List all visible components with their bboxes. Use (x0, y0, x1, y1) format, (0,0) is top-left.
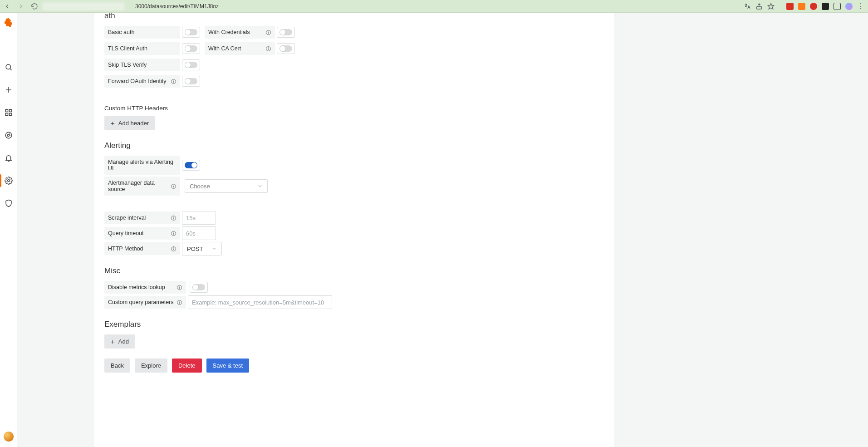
select-placeholder: Choose (190, 183, 210, 190)
left-nav-rail (0, 13, 17, 447)
user-avatar[interactable] (4, 432, 14, 442)
save-test-button[interactable]: Save & test (206, 359, 249, 373)
info-icon[interactable] (171, 79, 177, 84)
nav-dashboards-icon[interactable] (3, 107, 14, 118)
info-icon[interactable] (177, 285, 182, 290)
delete-button[interactable]: Delete (172, 359, 202, 373)
svg-point-12 (8, 180, 10, 182)
browser-menu-icon[interactable]: ⋮ (857, 2, 864, 10)
custom-query-input[interactable] (188, 295, 332, 309)
tls-client-auth-toggle[interactable] (182, 43, 200, 54)
translate-icon[interactable] (744, 3, 751, 10)
add-header-label: Add header (118, 120, 149, 127)
info-icon[interactable] (171, 246, 177, 252)
scrape-interval-label: Scrape interval (104, 211, 180, 224)
misc-section-title: Misc (104, 266, 604, 275)
http-method-label: HTTP Method (104, 242, 180, 255)
info-icon[interactable] (171, 215, 177, 221)
ext-icon-1[interactable] (786, 3, 794, 10)
svg-line-3 (10, 69, 11, 70)
plus-icon: + (111, 120, 115, 127)
svg-point-39 (179, 301, 180, 301)
svg-point-21 (268, 47, 269, 48)
with-credentials-label: With Credentials (205, 26, 275, 39)
info-icon[interactable] (171, 231, 177, 236)
tls-client-auth-label: TLS Client Auth (104, 42, 180, 55)
svg-point-33 (173, 247, 174, 248)
svg-rect-8 (10, 113, 12, 116)
with-ca-cert-label: With CA Cert (205, 42, 275, 55)
alertmanager-ds-select[interactable]: Choose (185, 179, 268, 193)
browser-forward-icon[interactable] (17, 3, 25, 10)
query-timeout-label: Query timeout (104, 227, 180, 240)
info-icon[interactable] (171, 183, 177, 189)
skip-tls-verify-toggle[interactable] (182, 59, 200, 70)
browser-reload-icon[interactable] (31, 3, 38, 10)
svg-rect-7 (10, 109, 12, 112)
browser-url[interactable]: 3000/datasources/edit/TtMM1J8nz (131, 3, 739, 10)
add-exemplar-label: Add (118, 338, 129, 345)
ext-icon-3[interactable] (810, 3, 817, 10)
query-timeout-input[interactable] (182, 226, 216, 240)
browser-back-icon[interactable] (4, 3, 11, 10)
alertmanager-ds-label: Alertmanager data source (104, 177, 180, 196)
info-icon[interactable] (265, 46, 271, 52)
skip-tls-verify-label: Skip TLS Verify (104, 59, 180, 71)
svg-point-10 (5, 132, 12, 138)
nav-search-icon[interactable] (3, 62, 14, 73)
nav-explore-icon[interactable] (3, 130, 14, 141)
nav-configuration-icon[interactable] (3, 175, 14, 186)
svg-point-24 (173, 185, 174, 185)
svg-point-2 (6, 64, 11, 69)
http-method-select[interactable]: POST (182, 242, 222, 255)
explore-button[interactable]: Explore (135, 359, 167, 373)
grafana-logo-icon[interactable] (4, 17, 14, 27)
with-credentials-toggle[interactable] (277, 27, 295, 38)
ext-icon-puzzle[interactable] (822, 3, 829, 10)
auth-section-title: ath (104, 11, 604, 20)
svg-rect-9 (5, 113, 8, 116)
info-icon[interactable] (265, 29, 271, 35)
plus-icon: + (111, 338, 115, 345)
basic-auth-label: Basic auth (104, 26, 180, 39)
manage-alerts-label: Manage alerts via Alerting UI (104, 156, 180, 175)
svg-marker-1 (768, 3, 774, 9)
chevron-down-icon (257, 183, 263, 189)
svg-marker-11 (7, 134, 10, 137)
browser-chrome: 3000/datasources/edit/TtMM1J8nz ⋮ (0, 0, 868, 13)
nav-admin-icon[interactable] (3, 198, 14, 209)
info-icon[interactable] (177, 300, 182, 305)
back-button[interactable]: Back (104, 359, 130, 373)
url-obscured (43, 2, 124, 10)
with-ca-cert-toggle[interactable] (277, 43, 295, 54)
custom-headers-title: Custom HTTP Headers (104, 105, 604, 112)
nav-create-icon[interactable] (3, 84, 14, 95)
chevron-down-icon (211, 246, 217, 251)
svg-point-18 (268, 31, 269, 31)
alerting-section-title: Alerting (104, 141, 604, 150)
forward-oauth-toggle[interactable] (182, 76, 200, 87)
ext-icon-2[interactable] (798, 3, 805, 10)
disable-lookup-toggle[interactable] (190, 282, 208, 293)
nav-alerting-icon[interactable] (3, 152, 14, 163)
add-header-button[interactable]: + Add header (104, 116, 155, 130)
add-exemplar-button[interactable]: + Add (104, 334, 135, 349)
custom-query-label: Custom query parameters (104, 296, 186, 309)
star-icon[interactable] (767, 3, 775, 10)
browser-profile-avatar[interactable] (845, 3, 853, 10)
disable-lookup-label: Disable metrics lookup (104, 281, 186, 294)
forward-oauth-label: Forward OAuth Identity (104, 75, 180, 88)
manage-alerts-toggle[interactable] (182, 160, 200, 171)
http-method-value: POST (187, 246, 203, 252)
exemplars-section-title: Exemplars (104, 320, 604, 329)
svg-point-30 (173, 232, 174, 232)
share-icon[interactable] (755, 3, 763, 10)
svg-point-27 (173, 216, 174, 217)
ext-icon-square[interactable] (834, 3, 841, 10)
basic-auth-toggle[interactable] (182, 27, 200, 38)
scrape-interval-input[interactable] (182, 211, 216, 225)
svg-point-15 (173, 80, 174, 80)
browser-extensions: ⋮ (744, 2, 864, 10)
datasource-settings-page: ath Basic auth TLS Client Auth Skip TLS … (94, 13, 614, 447)
svg-rect-6 (5, 109, 8, 112)
